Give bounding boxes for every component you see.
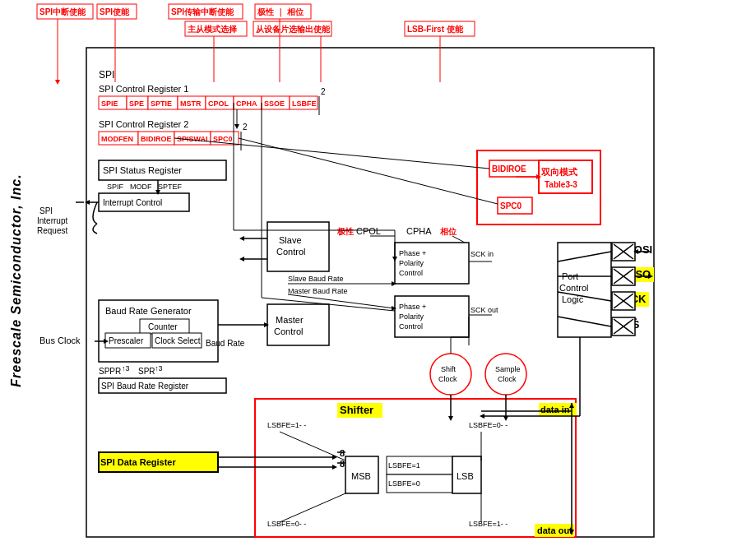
svg-text:Control: Control [276, 247, 305, 257]
svg-line-215 [280, 432, 345, 460]
svg-text:Baud Rate: Baud Rate [206, 339, 245, 348]
svg-text:Shifter: Shifter [340, 404, 373, 416]
svg-text:Clock: Clock [498, 375, 517, 383]
svg-marker-204 [239, 257, 244, 261]
svg-text:SPIF: SPIF [107, 183, 124, 191]
svg-text:BIDIROE: BIDIROE [492, 164, 526, 174]
svg-text:data out: data out [537, 525, 572, 535]
svg-text:SPI中断使能: SPI中断使能 [39, 7, 86, 16]
svg-text:2: 2 [321, 87, 326, 96]
svg-text:MSB: MSB [351, 471, 371, 481]
svg-text:CPOL: CPOL [356, 226, 381, 236]
svg-text:LSBFE=0: LSBFE=0 [388, 479, 420, 488]
svg-text:LSBFE=1- -: LSBFE=1- - [267, 421, 306, 429]
svg-text:从设备片选输出使能: 从设备片选输出使能 [255, 25, 331, 34]
svg-marker-197 [480, 414, 484, 419]
svg-text:Prescaler: Prescaler [109, 336, 144, 345]
svg-text:SPIE: SPIE [101, 100, 118, 108]
svg-text:Table3-3: Table3-3 [545, 180, 577, 189]
svg-text:Counter: Counter [148, 322, 178, 331]
svg-text:LSB: LSB [457, 471, 474, 481]
svg-text:极性 ｜ 相位: 极性 ｜ 相位 [257, 7, 304, 17]
page-container: Freescale Semiconductor, Inc. SPI SPI中断使… [0, 0, 737, 560]
svg-text:↑3: ↑3 [122, 364, 130, 373]
svg-text:CPHA: CPHA [406, 226, 432, 236]
svg-text:Baud Rate Generator: Baud Rate Generator [105, 306, 192, 316]
svg-text:Slave Baud Rate: Slave Baud Rate [288, 275, 344, 283]
svg-text:LSBFE: LSBFE [292, 100, 317, 108]
svg-text:SPC0: SPC0 [500, 201, 522, 211]
svg-text:SPI传输中断使能: SPI传输中断使能 [171, 7, 234, 16]
svg-text:SSOE: SSOE [264, 100, 285, 108]
svg-text:LSB-First 使能: LSB-First 使能 [407, 25, 464, 34]
svg-text:BIDIROE: BIDIROE [141, 135, 172, 143]
main-diagram: SPI SPI中断使能 SPI使能 SPI传输中断使能 极性 ｜ 相位 主从模式… [33, 0, 737, 560]
svg-text:SPR: SPR [138, 367, 155, 376]
svg-text:Clock Select: Clock Select [155, 336, 201, 345]
svg-text:Control: Control [559, 283, 588, 293]
svg-text:Phase +: Phase + [399, 303, 426, 311]
svg-text:Request: Request [37, 226, 67, 235]
svg-text:Polarity: Polarity [399, 259, 424, 267]
svg-text:Master: Master [276, 315, 304, 325]
svg-text:Control: Control [399, 322, 423, 331]
svg-marker-194 [332, 465, 337, 470]
svg-marker-75 [85, 200, 90, 205]
svg-text:Polarity: Polarity [399, 312, 424, 321]
svg-point-160 [430, 354, 471, 395]
svg-text:SPTEF: SPTEF [158, 183, 183, 191]
svg-text:SPI Control Register 1: SPI Control Register 1 [99, 84, 188, 94]
svg-line-94 [452, 236, 465, 243]
svg-text:LSBFE=1- -: LSBFE=1- - [469, 520, 508, 528]
svg-text:CPOL: CPOL [208, 100, 229, 108]
svg-marker-208 [234, 124, 239, 129]
svg-text:SCK out: SCK out [470, 306, 498, 314]
svg-text:LSBFE=1: LSBFE=1 [388, 461, 420, 470]
svg-text:SPPR: SPPR [99, 367, 121, 376]
company-name: Freescale Semiconductor, Inc. [9, 174, 24, 386]
svg-marker-212 [448, 416, 453, 421]
svg-text:LSBFE=0- -: LSBFE=0- - [267, 520, 306, 528]
svg-text:Slave: Slave [279, 235, 302, 245]
svg-text:SCK in: SCK in [470, 250, 494, 258]
svg-text:Sample: Sample [495, 365, 521, 373]
svg-text:data in: data in [540, 405, 570, 414]
svg-text:8: 8 [340, 459, 345, 469]
svg-text:SPI使能: SPI使能 [100, 7, 130, 16]
svg-text:SPI: SPI [99, 69, 114, 81]
svg-text:MSTR: MSTR [180, 100, 202, 108]
svg-text:SPI Status Register: SPI Status Register [103, 165, 182, 175]
svg-rect-86 [267, 304, 329, 345]
svg-text:↑3: ↑3 [155, 364, 163, 373]
vertical-text-area: Freescale Semiconductor, Inc. [0, 0, 33, 560]
svg-text:LSBFE=0- -: LSBFE=0- - [469, 421, 508, 429]
svg-text:双向模式: 双向模式 [540, 167, 578, 177]
svg-text:SPI: SPI [39, 206, 53, 215]
svg-text:SPE: SPE [129, 100, 144, 108]
svg-text:Master Baud Rate: Master Baud Rate [288, 287, 348, 295]
svg-text:Control: Control [274, 326, 303, 336]
svg-text:Interrupt: Interrupt [37, 216, 67, 225]
svg-text:MODF: MODF [130, 183, 152, 191]
svg-line-125 [239, 138, 498, 204]
svg-text:Shift: Shift [441, 365, 457, 373]
svg-text:Clock: Clock [438, 375, 457, 383]
svg-text:2: 2 [243, 123, 248, 132]
svg-point-163 [485, 354, 526, 395]
svg-text:CPHA: CPHA [236, 100, 257, 108]
svg-text:SPI Data Register: SPI Data Register [100, 457, 176, 467]
svg-text:SPI Baud Rate Register: SPI Baud Rate Register [101, 382, 189, 391]
svg-text:SPTIE: SPTIE [151, 100, 172, 108]
svg-text:8: 8 [340, 448, 345, 458]
svg-text:主从模式选择: 主从模式选择 [188, 25, 238, 34]
svg-marker-202 [239, 236, 244, 241]
svg-text:Phase +: Phase + [399, 249, 426, 257]
svg-text:Bus Clock: Bus Clock [39, 336, 81, 345]
svg-text:相位: 相位 [439, 227, 457, 236]
svg-line-217 [280, 493, 345, 522]
svg-text:极性: 极性 [336, 227, 355, 236]
svg-text:SPI Control Register 2: SPI Control Register 2 [99, 119, 188, 129]
svg-text:MODFEN: MODFEN [101, 135, 133, 143]
svg-text:Control: Control [399, 269, 423, 277]
svg-text:Interrupt Control: Interrupt Control [103, 198, 162, 207]
